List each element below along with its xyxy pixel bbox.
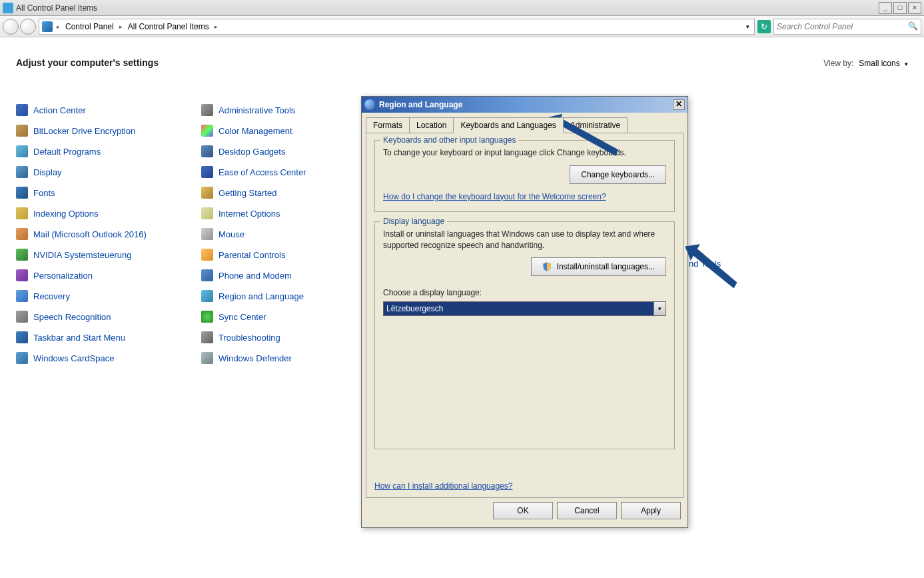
cp-item-windows-defender[interactable]: Windows Defender <box>201 352 386 364</box>
dropdown-button[interactable]: ▾ <box>654 302 666 315</box>
apply-button[interactable]: Apply <box>621 502 681 519</box>
item-label: Region and Language <box>219 291 304 301</box>
choose-language-label: Choose a display language: <box>383 288 666 297</box>
keyboards-legend: Keyboards and other input languages <box>380 135 518 145</box>
cp-item-mouse[interactable]: Mouse <box>201 228 386 240</box>
cp-item-windows-cardspace[interactable]: Windows CardSpace <box>16 352 201 364</box>
item-icon <box>201 228 213 240</box>
back-button[interactable] <box>3 19 19 35</box>
item-icon <box>16 311 28 323</box>
cp-item-default-programs[interactable]: Default Programs <box>16 145 201 157</box>
item-icon <box>16 104 28 116</box>
cp-item-recovery[interactable]: Recovery <box>16 290 201 302</box>
close-window-button[interactable]: × <box>908 2 921 14</box>
view-by-dropdown[interactable]: Small icons ▾ <box>859 59 908 68</box>
cp-item-troubleshooting[interactable]: Troubleshooting <box>201 331 386 343</box>
change-keyboards-button[interactable]: Change keyboards... <box>570 165 666 184</box>
window-titlebar: All Control Panel Items _ □ × <box>0 0 924 16</box>
item-icon <box>16 166 28 178</box>
item-label: BitLocker Drive Encryption <box>33 126 135 136</box>
item-icon <box>201 331 213 343</box>
item-label: Recovery <box>33 291 70 301</box>
view-by: View by: Small icons ▾ <box>823 59 908 68</box>
search-icon[interactable]: 🔍 <box>907 21 918 32</box>
chevron-right-icon[interactable]: ▸ <box>213 23 219 30</box>
item-icon <box>201 352 213 364</box>
region-language-dialog: Region and Language ✕ Formats Location K… <box>361 96 688 528</box>
cp-item-sync-center[interactable]: Sync Center <box>201 311 386 323</box>
view-by-label: View by: <box>823 59 853 68</box>
nav-bar: ▸ Control Panel ▸ All Control Panel Item… <box>0 16 924 37</box>
item-icon <box>201 269 213 281</box>
address-icon <box>42 21 53 32</box>
dialog-close-button[interactable]: ✕ <box>673 99 685 110</box>
display-language-select[interactable]: Lëtzebuergesch ▾ <box>383 301 666 316</box>
search-input[interactable] <box>777 22 907 31</box>
dialog-titlebar[interactable]: Region and Language ✕ <box>362 97 688 113</box>
item-label: Color Management <box>219 126 292 136</box>
minimize-button[interactable]: _ <box>879 2 892 14</box>
tab-keyboards-languages[interactable]: Keyboards and Languages <box>453 117 563 133</box>
keyboards-text: To change your keyboard or input languag… <box>383 147 666 159</box>
selected-language: Lëtzebuergesch <box>386 304 443 313</box>
cp-item-phone-and-modem[interactable]: Phone and Modem <box>201 269 386 281</box>
cp-item-indexing-options[interactable]: Indexing Options <box>16 207 201 219</box>
cp-item-speech-recognition[interactable]: Speech Recognition <box>16 311 201 323</box>
dialog-buttons: OK Cancel Apply <box>362 502 688 526</box>
cp-item-color-management[interactable]: Color Management <box>201 125 386 137</box>
cp-item-fonts[interactable]: Fonts <box>16 187 201 199</box>
cp-item-bitlocker-drive-encryption[interactable]: BitLocker Drive Encryption <box>16 125 201 137</box>
tab-formats[interactable]: Formats <box>366 117 410 133</box>
window-title: All Control Panel Items <box>16 3 97 13</box>
address-bar[interactable]: ▸ Control Panel ▸ All Control Panel Item… <box>39 19 755 35</box>
dialog-tabs: Formats Location Keyboards and Languages… <box>366 117 684 133</box>
cp-item-parental-controls[interactable]: Parental Controls <box>201 249 386 261</box>
breadcrumb-control-panel[interactable]: Control Panel <box>64 22 115 31</box>
cp-item-region-and-language[interactable]: Region and Language <box>201 290 386 302</box>
install-languages-button[interactable]: Install/uninstall languages... <box>531 257 666 276</box>
cancel-button[interactable]: Cancel <box>557 502 617 519</box>
cp-item-ease-of-access-center[interactable]: Ease of Access Center <box>201 166 386 178</box>
cp-item-nvidia-systemsteuerung[interactable]: NVIDIA Systemsteuerung <box>16 249 201 261</box>
keyboard-layout-link[interactable]: How do I change the keyboard layout for … <box>383 192 606 201</box>
install-additional-link[interactable]: How can I install additional languages? <box>374 481 512 491</box>
item-icon <box>16 145 28 157</box>
cp-item-mail-microsoft-outlook-2016-[interactable]: Mail (Microsoft Outlook 2016) <box>16 228 201 240</box>
item-label: NVIDIA Systemsteuerung <box>33 250 131 260</box>
maximize-button[interactable]: □ <box>893 2 907 14</box>
cp-item-taskbar-and-start-menu[interactable]: Taskbar and Start Menu <box>16 331 201 343</box>
cp-item-desktop-gadgets[interactable]: Desktop Gadgets <box>201 145 386 157</box>
display-language-group: Display language Install or uninstall la… <box>374 221 675 449</box>
cp-item-display[interactable]: Display <box>16 166 201 178</box>
item-icon <box>201 125 213 137</box>
item-icon <box>201 290 213 302</box>
cp-item-personalization[interactable]: Personalization <box>16 269 201 281</box>
svg-marker-1 <box>679 238 744 288</box>
search-box[interactable]: 🔍 <box>773 19 921 35</box>
item-icon <box>16 269 28 281</box>
tab-location[interactable]: Location <box>409 117 454 133</box>
chevron-right-icon: ▸ <box>55 23 61 30</box>
item-icon <box>201 187 213 199</box>
breadcrumb-all-items[interactable]: All Control Panel Items <box>127 22 211 31</box>
item-label: Mail (Microsoft Outlook 2016) <box>33 229 147 239</box>
item-label: Personalization <box>33 271 93 281</box>
keyboards-group: Keyboards and other input languages To c… <box>374 140 675 212</box>
cp-item-action-center[interactable]: Action Center <box>16 104 201 116</box>
cp-item-internet-options[interactable]: Internet Options <box>201 207 386 219</box>
display-language-text: Install or uninstall languages that Wind… <box>383 229 666 251</box>
forward-button[interactable] <box>20 19 36 35</box>
refresh-button[interactable]: ↻ <box>757 20 771 33</box>
address-dropdown[interactable]: ▾ <box>743 23 751 30</box>
page-heading: Adjust your computer's settings <box>16 57 159 68</box>
uac-shield-icon <box>542 262 552 271</box>
item-icon <box>201 166 213 178</box>
ok-button[interactable]: OK <box>493 502 553 519</box>
chevron-right-icon[interactable]: ▸ <box>118 23 124 30</box>
tab-panel: Keyboards and other input languages To c… <box>366 133 684 498</box>
item-icon <box>16 207 28 219</box>
cp-item-getting-started[interactable]: Getting Started <box>201 187 386 199</box>
cp-item-administrative-tools[interactable]: Administrative Tools <box>201 104 386 116</box>
item-label: Speech Recognition <box>33 312 111 322</box>
item-label: Administrative Tools <box>219 105 295 115</box>
